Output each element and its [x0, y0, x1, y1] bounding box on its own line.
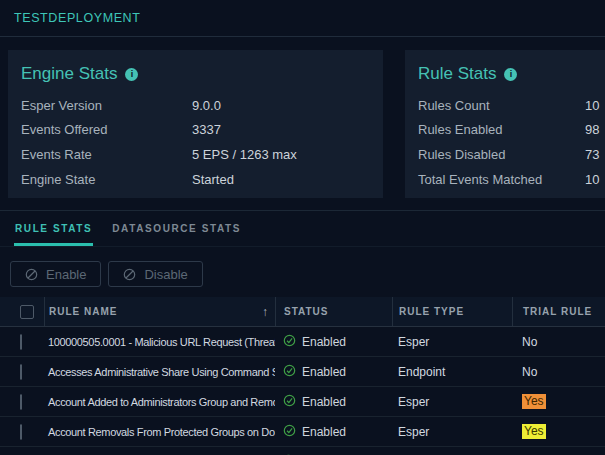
- engine-stats-panel: Engine Stats i Esper Version 9.0.0 Event…: [8, 50, 383, 198]
- info-icon[interactable]: i: [125, 68, 138, 81]
- rule-name-cell: Account Removals From Protected Groups o…: [44, 426, 275, 438]
- stat-row: Rules Count 10: [418, 93, 605, 118]
- table-row[interactable]: Accesses Administrative Share Using Comm…: [0, 357, 605, 387]
- rules-table: RULE NAME ↑ STATUS RULE TYPE TRIAL RULE …: [0, 297, 605, 455]
- rule-name-cell: 100000505.0001 - Malicious URL Request (…: [44, 336, 275, 348]
- column-header-status[interactable]: STATUS: [275, 297, 392, 326]
- column-header-trial-rule[interactable]: TRIAL RULE: [512, 297, 605, 326]
- enabled-status-icon: [283, 424, 296, 440]
- disable-button[interactable]: Disable: [108, 261, 202, 287]
- tab-datasource-stats[interactable]: DATASOURCE STATS: [111, 211, 242, 246]
- stat-value: 98: [585, 122, 599, 137]
- search-highlight-active: Yes: [522, 394, 546, 409]
- table-row[interactable]: 100000505.0001 - Malicious URL Request (…: [0, 327, 605, 357]
- status-cell: Enabled: [275, 334, 392, 350]
- stat-label: Events Offered: [21, 122, 192, 137]
- stat-value: 10: [585, 172, 599, 187]
- status-cell: Enabled: [275, 394, 392, 410]
- stat-label: Rules Enabled: [418, 122, 585, 137]
- circle-slash-icon: [25, 268, 38, 281]
- rule-type-cell: Esper: [392, 335, 512, 349]
- stat-row: Events Rate 5 EPS / 1263 max: [21, 142, 383, 167]
- table-row[interactable]: Account Added to Administrators Group an…: [0, 387, 605, 417]
- rule-type-cell: Esper: [392, 425, 512, 439]
- status-cell: Enabled: [275, 424, 392, 440]
- trial-rule-cell: No: [512, 365, 605, 379]
- circle-slash-icon: [123, 268, 136, 281]
- stat-row: Events Offered 3337: [21, 118, 383, 143]
- rule-stats-panel: Rule Stats i Rules Count 10 Rules Enable…: [405, 50, 605, 198]
- stat-label: Rules Count: [418, 98, 585, 113]
- rule-name-cell: Account Added to Administrators Group an…: [44, 396, 275, 408]
- stat-label: Rules Disabled: [418, 147, 585, 162]
- enabled-status-icon: [283, 334, 296, 350]
- stat-label: Events Rate: [21, 147, 192, 162]
- table-header-row: RULE NAME ↑ STATUS RULE TYPE TRIAL RULE: [0, 297, 605, 327]
- trial-rule-cell: Yes: [512, 394, 605, 409]
- column-header-rule-name[interactable]: RULE NAME ↑: [44, 297, 275, 326]
- stat-value: Started: [192, 172, 234, 187]
- row-checkbox[interactable]: [20, 424, 22, 440]
- enable-button[interactable]: Enable: [10, 261, 101, 287]
- sort-ascending-icon: ↑: [262, 305, 269, 319]
- stat-label: Esper Version: [21, 98, 192, 113]
- rule-type-cell: Esper: [392, 395, 512, 409]
- enabled-status-icon: [283, 394, 296, 410]
- row-checkbox[interactable]: [20, 364, 22, 380]
- stat-value: 73: [585, 147, 599, 162]
- search-highlight: Yes: [522, 424, 546, 439]
- row-checkbox[interactable]: [20, 334, 22, 350]
- stat-label: Total Events Matched: [418, 172, 585, 187]
- stat-value: 3337: [192, 122, 221, 137]
- tab-strip: RULE STATS DATASOURCE STATS: [0, 210, 605, 247]
- tab-rule-stats[interactable]: RULE STATS: [14, 211, 93, 246]
- disable-button-label: Disable: [144, 267, 187, 282]
- deployment-title: TESTDEPLOYMENT: [14, 11, 140, 25]
- stat-row: Rules Disabled 73: [418, 142, 605, 167]
- rule-type-cell: Endpoint: [392, 365, 512, 379]
- enable-button-label: Enable: [46, 267, 86, 282]
- table-row-partial[interactable]: [0, 447, 605, 455]
- table-row[interactable]: Account Removals From Protected Groups o…: [0, 417, 605, 447]
- stat-row: Rules Enabled 98: [418, 118, 605, 143]
- stat-value: 9.0.0: [192, 98, 221, 113]
- engine-stats-title: Engine Stats: [21, 64, 117, 84]
- stat-row: Total Events Matched 10: [418, 167, 605, 192]
- stat-row: Engine State Started: [21, 167, 383, 192]
- stat-row: Esper Version 9.0.0: [21, 93, 383, 118]
- enabled-status-icon: [283, 364, 296, 380]
- column-header-rule-type[interactable]: RULE TYPE: [392, 297, 512, 326]
- top-bar: TESTDEPLOYMENT: [0, 0, 605, 37]
- trial-rule-cell: No: [512, 335, 605, 349]
- trial-rule-cell: Yes: [512, 424, 605, 439]
- stat-value: 10: [585, 98, 599, 113]
- rules-toolbar: Enable Disable: [10, 261, 203, 287]
- stat-value: 5 EPS / 1263 max: [192, 147, 297, 162]
- status-cell: Enabled: [275, 364, 392, 380]
- stat-label: Engine State: [21, 172, 192, 187]
- row-checkbox[interactable]: [20, 394, 22, 410]
- select-all-checkbox[interactable]: [20, 305, 34, 319]
- rule-name-cell: Accesses Administrative Share Using Comm…: [44, 366, 275, 378]
- rule-stats-title: Rule Stats: [418, 64, 496, 84]
- info-icon[interactable]: i: [504, 68, 517, 81]
